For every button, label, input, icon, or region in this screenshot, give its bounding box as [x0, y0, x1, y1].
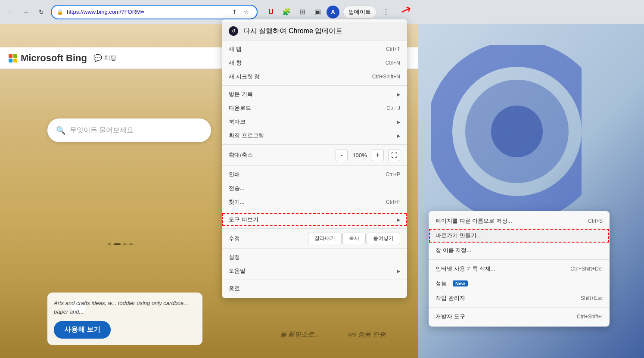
- print-item[interactable]: 인쇄 Ctrl+P: [222, 168, 407, 181]
- find-shortcut: Ctrl+F: [386, 199, 400, 205]
- bookmarks-item[interactable]: 북마크 ▶: [222, 115, 407, 129]
- zoom-label: 확대/축소: [229, 151, 253, 159]
- chrome-update-item[interactable]: ↺ 다시 실행하여 Chrome 업데이트: [222, 22, 407, 40]
- more-tools-submenu: 페이지를 다른 이름으로 저장... Ctrl+S 바로가기 만들기... 창 …: [429, 211, 610, 327]
- chat-icon: 💬: [93, 54, 102, 62]
- forward-button[interactable]: →: [20, 6, 32, 18]
- chrome-context-menu: ↺ 다시 실행하여 Chrome 업데이트 새 탭 Ctrl+T 새 창 Ctr…: [222, 19, 407, 298]
- puzzle-extension-button[interactable]: 🧩: [280, 6, 293, 19]
- help-label: 도움말: [229, 267, 246, 275]
- back-button[interactable]: ←: [4, 6, 16, 18]
- ms-grid-icon: [9, 54, 17, 62]
- cast-label: 전송...: [229, 184, 245, 192]
- svg-point-2: [491, 106, 543, 157]
- profile-button[interactable]: A: [327, 6, 339, 19]
- address-text: https://www.bing.com/?FORM=: [67, 9, 226, 15]
- menu-divider-6: [222, 248, 407, 249]
- update-button[interactable]: 업데이트: [343, 6, 376, 19]
- star-icon-button[interactable]: ☆: [241, 7, 252, 17]
- edit-row: 수정 잘라내기 복사 붙여넣기: [222, 230, 407, 246]
- zoom-plus-button[interactable]: +: [372, 149, 384, 161]
- create-shortcut-item[interactable]: 바로가기 만들기...: [429, 228, 610, 243]
- new-window-shortcut: Ctrl+N: [386, 60, 400, 66]
- reload-button[interactable]: ↻: [35, 6, 47, 18]
- downloads-item[interactable]: 다운로드 Ctrl+J: [222, 101, 407, 115]
- edit-label-text: 수정: [229, 235, 308, 243]
- sidebar-extension-button[interactable]: ▣: [311, 6, 324, 19]
- reader-extension-button[interactable]: ⊞: [296, 6, 308, 19]
- bing-chat-button[interactable]: 💬 채팅: [93, 54, 116, 62]
- menu-divider-7: [222, 280, 407, 280]
- watermark-text: 을 新명소로...: [280, 330, 320, 338]
- share-icon-button[interactable]: ⬆: [229, 7, 240, 17]
- submenu-divider-2: [429, 307, 610, 308]
- incognito-item[interactable]: 새 시크릿 창 Ctrl+Shift+N: [222, 70, 407, 84]
- bing-logo-text: Microsoft Bing: [21, 53, 87, 64]
- settings-label: 설정: [229, 253, 240, 261]
- task-manager-item[interactable]: 작업 관리자 Shift+Esc: [429, 291, 610, 305]
- exit-item[interactable]: 종료: [222, 282, 407, 296]
- more-tools-label: 도구 더보기: [229, 216, 258, 224]
- settings-item[interactable]: 설정: [222, 250, 407, 264]
- save-page-label: 페이지를 다른 이름으로 저장...: [436, 217, 512, 225]
- more-tools-arrow-icon: ▶: [397, 217, 400, 223]
- print-label: 인쇄: [229, 171, 240, 178]
- help-item[interactable]: 도움말 ▶: [222, 264, 407, 278]
- menu-divider-1: [222, 85, 407, 86]
- zoom-control-row: 확대/축소 - 100% + ⛶: [222, 146, 407, 164]
- update-refresh-icon: ↺: [229, 26, 238, 36]
- cut-button[interactable]: 잘라내기: [308, 233, 342, 244]
- use-button[interactable]: 사용해 보기: [54, 321, 111, 339]
- extensions-item[interactable]: 확장 프로그램 ▶: [222, 129, 407, 143]
- fullscreen-button[interactable]: ⛶: [388, 149, 400, 161]
- new-tab-item[interactable]: 새 탭 Ctrl+T: [222, 42, 407, 56]
- bookmarks-label: 북마크: [229, 118, 246, 126]
- card-text: Arts and crafts ideas, w... toddler usin…: [54, 299, 196, 316]
- new-tab-shortcut: Ctrl+T: [386, 46, 400, 52]
- new-window-item[interactable]: 새 창 Ctrl+N: [222, 56, 407, 70]
- downloads-label: 다운로드: [229, 104, 251, 112]
- zoom-controls: - 100% + ⛶: [336, 149, 400, 161]
- clear-data-item[interactable]: 인터넷 사용 기록 삭제... Ctrl+Shift+Del: [429, 261, 610, 276]
- address-bar[interactable]: 🔒 https://www.bing.com/?FORM= ⬆ ☆: [51, 5, 258, 19]
- new-window-label: 새 창: [229, 59, 242, 67]
- clear-data-label: 인터넷 사용 기록 삭제...: [436, 265, 495, 273]
- cast-item[interactable]: 전송...: [222, 181, 407, 195]
- developer-tools-label: 개발자 도구: [436, 313, 465, 321]
- carousel-dot-1: [108, 243, 111, 245]
- zoom-minus-button[interactable]: -: [336, 149, 348, 161]
- menu-divider-2: [222, 144, 407, 145]
- developer-tools-item[interactable]: 개발자 도구 Ctrl+Shift+I: [429, 309, 610, 324]
- chrome-menu-button[interactable]: ⋮: [380, 6, 392, 18]
- incognito-shortcut: Ctrl+Shift+N: [372, 74, 400, 80]
- carousel-dots: [108, 243, 133, 245]
- windows-watermark: ws 정품 인증: [348, 330, 386, 338]
- bing-search-box[interactable]: 🔍 무엇이든 물어보세요: [47, 118, 211, 142]
- bing-logo: Microsoft Bing: [9, 53, 87, 64]
- update-label: 업데이트: [348, 8, 371, 16]
- search-icon: 🔍: [56, 126, 65, 135]
- copy-button[interactable]: 복사: [342, 233, 366, 244]
- ublock-extension-button[interactable]: U: [264, 6, 277, 19]
- exit-label: 종료: [229, 285, 240, 293]
- save-page-shortcut: Ctrl+S: [588, 218, 603, 224]
- chat-label: 채팅: [104, 54, 116, 62]
- new-tab-label: 새 탭: [229, 45, 242, 53]
- save-page-item[interactable]: 페이지를 다른 이름으로 저장... Ctrl+S: [429, 214, 610, 228]
- performance-item[interactable]: 성능 New: [429, 276, 610, 291]
- more-tools-item[interactable]: 도구 더보기 ▶: [222, 213, 407, 227]
- edit-buttons: 잘라내기 복사 붙여넣기: [308, 233, 400, 244]
- name-window-item[interactable]: 창 이름 지정...: [429, 243, 610, 258]
- find-label: 찾기...: [229, 198, 245, 206]
- carousel-dot-4: [129, 243, 133, 245]
- extensions-label: 확장 프로그램: [229, 132, 264, 140]
- address-actions: ⬆ ☆: [229, 7, 252, 17]
- clear-data-shortcut: Ctrl+Shift+Del: [570, 266, 603, 272]
- history-label: 방문 기록: [229, 90, 253, 98]
- find-item[interactable]: 찾기... Ctrl+F: [222, 195, 407, 209]
- search-placeholder-text: 무엇이든 물어보세요: [70, 126, 134, 135]
- bing-search-container: 🔍 무엇이든 물어보세요: [47, 118, 211, 142]
- paste-button[interactable]: 붙여넣기: [367, 233, 400, 244]
- history-item[interactable]: 방문 기록 ▶: [222, 87, 407, 101]
- bottom-text: 을 新명소로... ws 정품 인증: [280, 330, 386, 339]
